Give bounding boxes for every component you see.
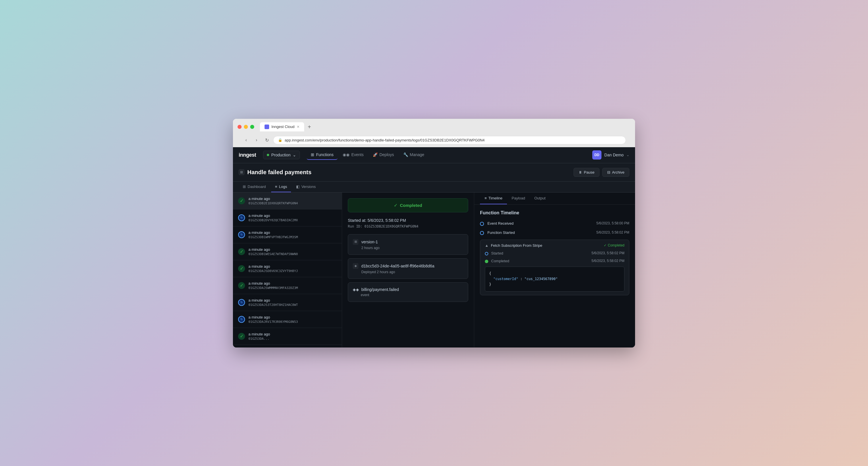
run-status-completed: ✓ xyxy=(238,282,245,289)
completed-banner: ✓ Completed xyxy=(348,198,468,212)
tab-output[interactable]: Output xyxy=(530,193,550,204)
nav-functions[interactable]: ⊞ Functions xyxy=(307,150,338,160)
center-panel: ✓ Completed Started at: 5/6/2023, 5:58:0… xyxy=(342,193,474,347)
run-status-running: ↻ xyxy=(238,316,245,323)
logo: inngest xyxy=(239,152,256,158)
run-item[interactable]: ✓ a minute ago 01GZS3DAJSD8V69C3ZVYT9H8Y… xyxy=(233,260,342,277)
function-header: ⊞ Handle failed payments ⏸ Pause ⊟ Archi… xyxy=(233,163,635,181)
nav-deploys[interactable]: 🚀 Deploys xyxy=(369,150,398,160)
run-item[interactable]: ✓ a minute ago 01GZS3DA... xyxy=(233,328,342,345)
run-item[interactable]: ↻ a minute ago 01GZS3DB1WMFVPTHBJFWGJM3S… xyxy=(233,226,342,243)
event-row: Event Received 5/6/2023, 5:58:00 PM xyxy=(488,221,629,226)
tab-payload[interactable]: Payload xyxy=(507,193,530,204)
user-menu[interactable]: DD Dan Demo ⌄ xyxy=(592,151,629,160)
env-status-dot xyxy=(267,154,269,156)
run-status-running: ↻ xyxy=(238,299,245,306)
forward-button[interactable]: › xyxy=(252,136,260,144)
tab-close-button[interactable]: ✕ xyxy=(297,125,300,129)
nav-manage[interactable]: 🔧 Manage xyxy=(399,150,429,160)
nav-events[interactable]: ◉◉ Events xyxy=(339,150,368,160)
step-time: 5/6/2023, 5:58:02 PM xyxy=(591,259,624,263)
subnav-logs[interactable]: ≡ Logs xyxy=(271,181,291,192)
step-info: Completed 5/6/2023, 5:58:02 PM xyxy=(491,259,624,263)
browser-titlebar: Inngest Cloud ✕ + xyxy=(238,122,630,131)
browser-window: Inngest Cloud ✕ + ‹ › ↻ 🔒 app.inngest.co… xyxy=(233,119,635,347)
timeline-event-received: Event Received 5/6/2023, 5:58:00 PM xyxy=(480,221,629,226)
run-item[interactable]: ✓ a minute ago 01GZS3DB2E1DX0GQRTKFWPG0N… xyxy=(233,193,342,209)
run-time: a minute ago xyxy=(248,281,337,286)
nav-events-label: Events xyxy=(351,153,364,157)
code-value: "cus_1234567890" xyxy=(525,277,558,281)
function-title: ⊞ Handle failed payments xyxy=(239,169,311,176)
event-card: ◈◈ billing/payment.failed event xyxy=(348,282,468,302)
new-tab-button[interactable]: + xyxy=(305,123,313,131)
env-selector[interactable]: Production ⌄ xyxy=(263,151,300,159)
timeline-tabs: ≡ Timeline Payload Output xyxy=(474,193,635,205)
tab-favicon xyxy=(265,125,269,129)
manage-icon: 🔧 xyxy=(403,153,408,157)
browser-chrome: Inngest Cloud ✕ + ‹ › ↻ 🔒 app.inngest.co… xyxy=(233,119,635,147)
run-id: 01GZS3DB1WMFVPTHBJFWGJM3SM xyxy=(248,235,337,239)
run-started: Started at: 5/6/2023, 5:58:02 PM xyxy=(348,218,468,223)
sub-nav: ⊞ Dashboard ≡ Logs ◧ Versions xyxy=(233,181,635,193)
subnav-versions[interactable]: ◧ Versions xyxy=(292,181,320,192)
minimize-button[interactable] xyxy=(244,125,248,129)
app-container: inngest Production ⌄ ⊞ Functions ◉◉ Even… xyxy=(233,147,635,347)
run-time: a minute ago xyxy=(248,298,337,302)
run-info: a minute ago 01GZS3DAJSWMMMNV3MFA32DZ3M xyxy=(248,281,337,290)
section-header[interactable]: ▲ Fetch Subscription From Stripe ✓ Compl… xyxy=(480,240,629,251)
function-actions: ⏸ Pause ⊟ Archive xyxy=(574,168,629,177)
url-text: app.inngest.com/env/production/functions… xyxy=(285,138,485,142)
timeline-icon: ≡ xyxy=(485,196,487,200)
archive-button[interactable]: ⊟ Archive xyxy=(602,168,629,177)
run-time: a minute ago xyxy=(248,247,337,252)
run-id: 01GZS3DB2DVY02QCTBADZAC2MX xyxy=(248,219,337,222)
run-item[interactable]: ↻ a minute ago 01GZS3DB2DVY02QCTBADZAC2M… xyxy=(233,209,342,226)
function-name: Handle failed payments xyxy=(247,169,311,176)
section-check-icon: ✓ xyxy=(604,243,607,247)
event-received-time: 5/6/2023, 5:58:00 PM xyxy=(596,221,629,225)
version-title: version-1 xyxy=(361,240,378,244)
url-field[interactable]: 🔒 app.inngest.com/env/production/functio… xyxy=(273,136,626,144)
tab-timeline[interactable]: ≡ Timeline xyxy=(480,193,507,204)
run-status-running: ↻ xyxy=(238,231,245,238)
chevron-down-icon: ⌄ xyxy=(293,153,296,157)
run-item[interactable]: ↻ a minute ago 01GZS3DAJS3T28HT8HZ1HAC8W… xyxy=(233,294,342,311)
run-time: a minute ago xyxy=(248,332,337,336)
archive-icon: ⊟ xyxy=(607,170,610,174)
run-time: a minute ago xyxy=(248,230,337,235)
deploy-card: ◈ d1bcc5d3-24de-4a05-ae8f-ff96e46b8d6a D… xyxy=(348,258,468,279)
run-info: a minute ago 01GZS3DA... xyxy=(248,332,337,341)
active-tab[interactable]: Inngest Cloud ✕ xyxy=(260,122,304,131)
code-colon: : xyxy=(520,277,522,281)
subnav-dashboard[interactable]: ⊞ Dashboard xyxy=(239,181,270,192)
section-body: Started 5/6/2023, 5:58:02 PM Completed 5… xyxy=(480,251,629,295)
main-nav: ⊞ Functions ◉◉ Events 🚀 Deploys 🔧 Manage xyxy=(307,150,592,160)
run-id: 01GZS3DAJRV17R3R06YM6G8N53 xyxy=(248,320,337,324)
section-title: ▲ Fetch Subscription From Stripe xyxy=(485,243,542,247)
reload-button[interactable]: ↻ xyxy=(263,136,271,144)
code-output: { "customerId" : "cus_1234567890" } xyxy=(485,267,624,292)
fetch-subscription-section: ▲ Fetch Subscription From Stripe ✓ Compl… xyxy=(480,240,629,296)
pause-button[interactable]: ⏸ Pause xyxy=(574,168,599,177)
deploy-icon: ◈ xyxy=(353,263,359,269)
step-started: Started 5/6/2023, 5:58:02 PM xyxy=(485,251,624,255)
deploy-card-row: ◈ d1bcc5d3-24de-4a05-ae8f-ff96e46b8d6a xyxy=(353,263,463,269)
run-item[interactable]: ↻ a minute ago 01GZS3DAJRV17R3R06YM6G8N5… xyxy=(233,311,342,328)
run-item[interactable]: ✓ a minute ago 01GZS3DAJSWMMMNV3MFA32DZ3… xyxy=(233,277,342,294)
timeline-panel: ≡ Timeline Payload Output Function Timel… xyxy=(474,193,635,347)
maximize-button[interactable] xyxy=(250,125,254,129)
step-info: Started 5/6/2023, 5:58:02 PM xyxy=(491,251,624,255)
step-name: Started xyxy=(491,251,503,255)
close-button[interactable] xyxy=(238,125,242,129)
back-button[interactable]: ‹ xyxy=(242,136,250,144)
run-time: a minute ago xyxy=(248,264,337,269)
code-close: } xyxy=(489,282,620,287)
user-name: Dan Demo xyxy=(604,153,624,157)
run-item[interactable]: ✓ a minute ago 01GZS3DB1WESAE7WTNDAF5NWN… xyxy=(233,243,342,260)
step-dot xyxy=(485,252,488,255)
deploy-hash: d1bcc5d3-24de-4a05-ae8f-ff96e46b8d6a xyxy=(361,264,434,268)
traffic-lights xyxy=(238,125,254,129)
run-status-completed: ✓ xyxy=(238,248,245,255)
user-avatar: DD xyxy=(592,151,601,160)
